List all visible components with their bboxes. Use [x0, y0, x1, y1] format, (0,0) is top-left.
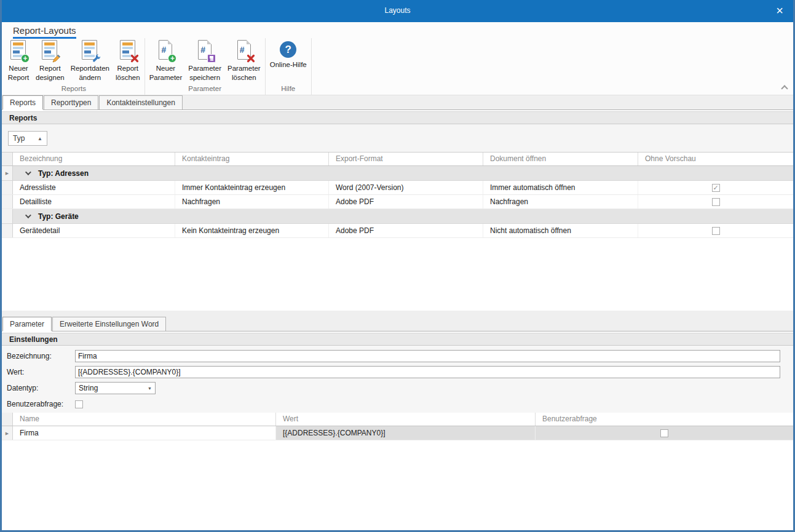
column-header-export-format[interactable]: Export-Format: [328, 153, 483, 165]
wert-label: Wert:: [2, 368, 75, 376]
datentyp-dropdown[interactable]: String ▼: [75, 382, 156, 394]
column-header-ohne-vorschau[interactable]: Ohne Vorschau: [638, 153, 793, 165]
ohne-vorschau-checkbox[interactable]: [712, 198, 720, 206]
tab-reports[interactable]: Reports: [2, 95, 43, 109]
ribbon-tab-report-layouts[interactable]: Report-Layouts: [13, 25, 76, 39]
parameter-delete-icon: #: [234, 39, 255, 62]
column-header-name[interactable]: Name: [13, 413, 275, 426]
chevron-down-icon[interactable]: [25, 169, 31, 175]
collapse-ribbon-icon[interactable]: [781, 84, 787, 90]
bezeichnung-label: Bezeichnung:: [2, 352, 75, 360]
report-new-icon: +: [8, 39, 29, 62]
table-row-adressliste[interactable]: Adressliste Immer Kontakteintrag erzeuge…: [2, 181, 793, 195]
new-report-button[interactable]: + NeuerReport: [4, 38, 33, 84]
benutzerabfrage-label: Benutzerabfrage:: [2, 400, 75, 408]
table-row-detailliste[interactable]: Detailliste Nachfragen Adobe PDF Nachfra…: [2, 195, 793, 209]
column-header-dokument-oeffnen[interactable]: Dokument öffnen: [483, 153, 638, 165]
ohne-vorschau-checkbox[interactable]: [712, 227, 720, 235]
chevron-down-icon: ▼: [148, 386, 152, 391]
window-title: Layouts: [0, 6, 795, 15]
report-delete-icon: [117, 39, 138, 62]
column-header-kontakteintrag[interactable]: Kontakteintrag: [175, 153, 328, 165]
row-indicator-icon: ▶: [6, 431, 9, 435]
online-help-button[interactable]: ? Online-Hilfe: [267, 38, 310, 71]
delete-report-button[interactable]: Reportlöschen: [113, 38, 143, 84]
group-row-adressen[interactable]: ▶ Typ: Adressen: [2, 166, 793, 181]
group-row-geraete[interactable]: Typ: Geräte: [2, 209, 793, 224]
settings-form: Bezeichnung: Wert: Datentyp: String ▼ Be…: [2, 346, 793, 413]
table-row-geraetedetail[interactable]: Gerätedetail Kein Kontakteintrag erzeuge…: [2, 224, 793, 238]
online-help-icon: ?: [280, 41, 296, 58]
change-report-data-button[interactable]: Reportdatenändern: [68, 38, 113, 84]
ribbon-tab-row: Report-Layouts: [2, 22, 793, 38]
benutzerabfrage-checkbox[interactable]: [75, 400, 83, 408]
reports-grid: Bezeichnung Kontakteintrag Export-Format…: [2, 153, 793, 238]
close-icon[interactable]: ×: [772, 4, 788, 18]
parameter-grid: Name Wert Benutzerabfrage ▶ Firma [{ADDR…: [2, 413, 793, 440]
parameter-grid-empty-area: [2, 440, 793, 530]
sort-asc-icon: ▲: [38, 136, 42, 141]
parameter-grid-header: Name Wert Benutzerabfrage: [2, 413, 793, 426]
reports-grid-header: Bezeichnung Kontakteintrag Export-Format…: [2, 153, 793, 166]
parameter-save-icon: #: [194, 39, 215, 62]
save-parameter-button[interactable]: # Parameterspeichern: [185, 38, 224, 84]
reports-section-header: Reports: [2, 111, 793, 124]
reports-grid-empty-area: [2, 238, 793, 311]
report-design-icon: [39, 39, 60, 62]
datentyp-label: Datentyp:: [2, 384, 75, 392]
titlebar: Layouts ×: [0, 0, 795, 22]
ribbon: Report-Layouts + NeuerReport: [2, 22, 793, 95]
group-by-panel: Typ ▲: [2, 124, 793, 153]
settings-section-header: Einstellungen: [2, 333, 793, 346]
layouts-window: Layouts × Report-Layouts + NeuerReport: [0, 0, 795, 532]
column-header-wert[interactable]: Wert: [275, 413, 535, 426]
new-parameter-button[interactable]: # + NeuerParameter: [146, 38, 186, 84]
column-header-bezeichnung[interactable]: Bezeichnung: [13, 153, 175, 165]
column-header-benutzerabfrage[interactable]: Benutzerabfrage: [535, 413, 793, 426]
ribbon-group-hilfe: ? Online-Hilfe Hilfe: [266, 38, 312, 95]
tab-parameter[interactable]: Parameter: [2, 317, 52, 331]
ribbon-group-reports: + NeuerReport Reportdesignen: [3, 38, 145, 95]
group-by-typ-button[interactable]: Typ ▲: [8, 131, 47, 146]
chevron-down-icon[interactable]: [25, 212, 31, 218]
upper-tabstrip: Reports Reporttypen Kontakteinstellungen: [2, 95, 793, 110]
ribbon-group-label-hilfe: Hilfe: [267, 85, 310, 95]
row-indicator-icon: ▶: [6, 171, 9, 175]
lower-tabstrip: Parameter Erweiterte Einstellungen Word: [2, 311, 793, 332]
wert-field[interactable]: [75, 366, 780, 378]
table-row-firma[interactable]: ▶ Firma [{ADDRESSES}.{COMPANY0}]: [2, 426, 793, 440]
tab-kontakteinstellungen[interactable]: Kontakteinstellungen: [99, 95, 182, 109]
benutzerabfrage-checkbox[interactable]: [660, 429, 668, 437]
tab-erweiterte-einstellungen-word[interactable]: Erweiterte Einstellungen Word: [52, 317, 166, 331]
parameter-new-icon: # +: [155, 39, 176, 62]
report-data-icon: [79, 39, 100, 62]
bezeichnung-field[interactable]: [75, 350, 780, 362]
delete-parameter-button[interactable]: # Parameterlöschen: [224, 38, 264, 84]
tab-reporttypen[interactable]: Reporttypen: [44, 95, 98, 109]
ribbon-groups: + NeuerReport Reportdesignen: [2, 38, 793, 95]
ribbon-group-parameter: # + NeuerParameter # Parameterspeichern: [145, 38, 266, 95]
ribbon-group-label-reports: Reports: [4, 85, 143, 95]
ribbon-group-label-parameter: Parameter: [146, 85, 264, 95]
design-report-button[interactable]: Reportdesignen: [33, 38, 68, 84]
ohne-vorschau-checkbox[interactable]: [712, 184, 720, 192]
